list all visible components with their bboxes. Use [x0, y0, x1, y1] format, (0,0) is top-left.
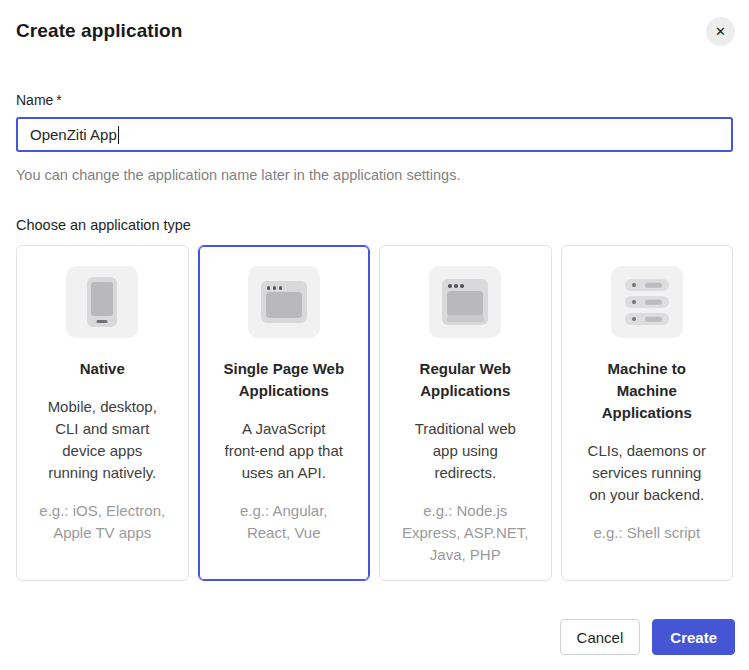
regular-web-icon-box: [429, 266, 501, 338]
card-description: A JavaScript front-end app that uses an …: [225, 418, 343, 484]
close-button[interactable]: ✕: [706, 17, 735, 46]
create-button[interactable]: Create: [652, 619, 735, 655]
name-label-text: Name: [16, 92, 53, 108]
card-examples: e.g.: Angular, React, Vue: [240, 500, 328, 544]
mobile-phone-icon: [87, 277, 117, 327]
name-field-label: Name*: [16, 92, 733, 108]
modal-header: Create application ✕: [0, 0, 749, 46]
card-description: Mobile, desktop, CLI and smart device ap…: [48, 396, 157, 484]
cancel-button[interactable]: Cancel: [560, 619, 641, 655]
application-name-input[interactable]: OpenZiti App: [16, 117, 733, 152]
application-type-cards: Native Mobile, desktop, CLI and smart de…: [16, 245, 733, 581]
card-examples: e.g.: Node.js Express, ASP.NET, Java, PH…: [402, 500, 528, 566]
card-description: CLIs, daemons or services running on you…: [588, 440, 706, 506]
native-icon-box: [66, 266, 138, 338]
modal-title: Create application: [16, 17, 183, 42]
browser-window-icon: [261, 281, 307, 323]
card-native[interactable]: Native Mobile, desktop, CLI and smart de…: [16, 245, 189, 581]
card-machine-to-machine[interactable]: Machine to Machine Applications CLIs, da…: [561, 245, 734, 581]
card-examples: e.g.: Shell script: [593, 522, 700, 544]
card-single-page-web[interactable]: Single Page Web Applications A JavaScrip…: [198, 245, 371, 581]
card-title: Single Page Web Applications: [223, 358, 344, 402]
required-asterisk: *: [56, 92, 61, 108]
card-title: Native: [80, 358, 125, 380]
modal-footer: Cancel Create: [560, 619, 735, 655]
m2m-icon-box: [611, 266, 683, 338]
name-helper-text: You can change the application name late…: [16, 167, 733, 183]
card-description: Traditional web app using redirects.: [415, 418, 516, 484]
application-type-label: Choose an application type: [16, 217, 733, 233]
close-icon: ✕: [715, 25, 726, 38]
text-caret: [118, 126, 120, 144]
modal-body: Name* OpenZiti App You can change the ap…: [0, 92, 749, 581]
card-examples: e.g.: iOS, Electron, Apple TV apps: [39, 500, 165, 544]
create-application-modal: Create application ✕ Name* OpenZiti App …: [0, 0, 749, 670]
application-name-value: OpenZiti App: [30, 126, 117, 143]
server-list-icon: [625, 279, 669, 325]
card-title: Machine to Machine Applications: [602, 358, 692, 424]
card-regular-web[interactable]: Regular Web Applications Traditional web…: [379, 245, 552, 581]
web-server-window-icon: [442, 279, 488, 325]
spa-icon-box: [248, 266, 320, 338]
card-title: Regular Web Applications: [420, 358, 511, 402]
